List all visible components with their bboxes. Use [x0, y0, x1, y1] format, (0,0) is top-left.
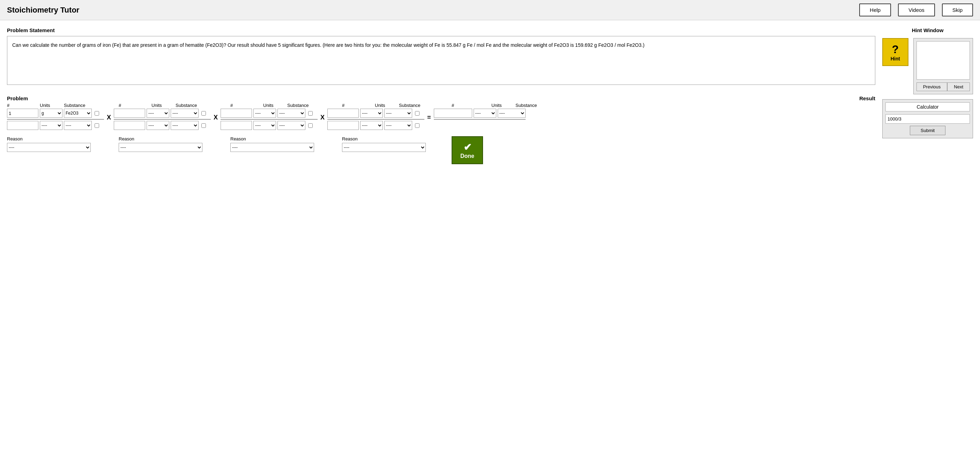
help-button[interactable]: Help	[859, 3, 891, 16]
fraction-4-top-substance[interactable]: ---- Fe Fe2O3	[384, 109, 412, 118]
hint-nav: Previous Next	[916, 83, 970, 91]
fraction-1-top: g ---- mol kg Fe2O3 ---- Fe	[7, 109, 104, 118]
fraction-2: ---- g mol ---- Fe Fe2O3	[114, 109, 211, 130]
reason-label-1: Reason	[7, 136, 104, 142]
hint-next-button[interactable]: Next	[947, 83, 970, 91]
hint-row: ? Hint Previous Next	[882, 38, 973, 94]
fraction-4-top-unit[interactable]: ---- g mol	[360, 109, 383, 118]
col-header-units-3: Units	[263, 103, 286, 108]
fraction-row-top: g ---- mol kg Fe2O3 ---- Fe	[7, 109, 875, 130]
fraction-4: ---- g mol ---- Fe Fe2O3	[328, 109, 425, 130]
reason-select-4[interactable]: ----	[342, 143, 426, 152]
fraction-1-top-substance[interactable]: Fe2O3 ---- Fe	[64, 109, 92, 118]
fraction-2-top-checkbox[interactable]	[201, 111, 206, 116]
app-title: Stoichiometry Tutor	[7, 6, 852, 15]
problem-section-label: Problem	[7, 95, 98, 101]
reason-select-3[interactable]: ----	[230, 143, 314, 152]
result-substance[interactable]: ---- Fe Fe2O3	[498, 109, 526, 118]
fraction-3-top-num[interactable]	[221, 109, 252, 118]
fraction-2-bot-num[interactable]	[114, 121, 145, 130]
right-panel: Hint Window ? Hint Previous Next Calcula…	[882, 27, 973, 164]
fraction-3-bot-substance[interactable]: ---- Fe Fe2O3	[277, 121, 305, 130]
col-header-substance-4: Substance	[399, 103, 427, 108]
fraction-2-bot-checkbox[interactable]	[201, 123, 206, 128]
fraction-4-bot-unit[interactable]: ---- g mol	[360, 121, 383, 130]
fraction-2-bot-unit[interactable]: ---- g mol	[146, 121, 169, 130]
fraction-1-top-num[interactable]	[7, 109, 38, 118]
done-label: Done	[460, 153, 474, 159]
col-header-substance-3: Substance	[287, 103, 315, 108]
fraction-3-bot-unit[interactable]: ---- g mol	[253, 121, 276, 130]
fraction-4-top-num[interactable]	[328, 109, 359, 118]
skip-button[interactable]: Skip	[942, 3, 973, 16]
fraction-4-bot-checkbox[interactable]	[415, 123, 420, 128]
fraction-2-bot-substance[interactable]: ---- Fe Fe2O3	[171, 121, 199, 130]
reason-group-3: Reason ----	[230, 136, 328, 152]
col-header-hash-4: #	[342, 103, 374, 108]
fraction-4-bottom: ---- g mol ---- Fe Fe2O3	[328, 121, 425, 130]
col-header-hash-result: #	[452, 103, 490, 108]
problem-statement-label: Problem Statement	[7, 27, 875, 33]
reason-group-4: Reason ----	[342, 136, 439, 152]
calculator-title: Calculator	[885, 102, 970, 112]
col-header-hash-3: #	[230, 103, 262, 108]
reason-row: Reason ---- Reason ---- Reason	[7, 136, 875, 164]
fraction-1-bot-checkbox[interactable]	[95, 123, 99, 128]
multiply-sign-3: X	[318, 114, 328, 121]
multiply-sign-1: X	[104, 114, 114, 121]
fraction-3-bot-checkbox[interactable]	[308, 123, 313, 128]
reason-label-4: Reason	[342, 136, 439, 142]
col-header-units-4: Units	[375, 103, 398, 108]
reason-group-2: Reason ----	[119, 136, 216, 152]
fraction-1-bot-substance[interactable]: ---- Fe Fe2O3	[64, 121, 92, 130]
fraction-3-top-checkbox[interactable]	[308, 111, 313, 116]
fraction-3-bot-num[interactable]	[221, 121, 252, 130]
fraction-2-top-substance[interactable]: ---- Fe Fe2O3	[171, 109, 199, 118]
fraction-1-top-checkbox[interactable]	[95, 111, 99, 116]
fraction-1-bot-unit[interactable]: ---- g mol	[40, 121, 62, 130]
result-unit[interactable]: ---- g mol	[474, 109, 496, 118]
multiply-sign-2: X	[211, 114, 221, 121]
col-header-substance-1: Substance	[64, 103, 92, 108]
hint-question-icon: ?	[892, 43, 899, 56]
hint-content-area	[916, 41, 970, 80]
videos-button[interactable]: Videos	[898, 3, 935, 16]
hint-button[interactable]: ? Hint	[882, 38, 908, 66]
fraction-1-top-unit[interactable]: g ---- mol kg	[40, 109, 62, 118]
fraction-4-bot-num[interactable]	[328, 121, 359, 130]
done-checkmark-icon: ✔	[463, 142, 471, 153]
calculator-input[interactable]	[885, 114, 970, 124]
fraction-3-bottom: ---- g mol ---- Fe Fe2O3	[221, 121, 318, 130]
fraction-1: g ---- mol kg Fe2O3 ---- Fe	[7, 109, 104, 130]
col-header-hash-2: #	[119, 103, 150, 108]
fraction-3-top-substance[interactable]: ---- Fe Fe2O3	[277, 109, 305, 118]
equals-sign: =	[425, 114, 434, 121]
reason-select-2[interactable]: ----	[119, 143, 202, 152]
app-header: Stoichiometry Tutor Help Videos Skip	[0, 0, 980, 20]
problem-grid-area: Problem Result # Units Substance # Units	[7, 95, 875, 164]
col-header-hash-1: #	[7, 103, 38, 108]
reason-group-1: Reason ----	[7, 136, 104, 152]
fraction-4-top-checkbox[interactable]	[415, 111, 420, 116]
hint-window-title: Hint Window	[912, 27, 944, 33]
fraction-3: ---- g mol ---- Fe Fe2O3	[221, 109, 318, 130]
calculator-submit-button[interactable]: Submit	[910, 126, 945, 135]
col-header-units-2: Units	[151, 103, 174, 108]
fraction-4-bot-substance[interactable]: ---- Fe Fe2O3	[384, 121, 412, 130]
reason-select-1[interactable]: ----	[7, 143, 91, 152]
result-fraction: ---- g mol ---- Fe Fe2O3	[434, 109, 526, 130]
reason-label-3: Reason	[230, 136, 328, 142]
col-header-substance-2: Substance	[175, 103, 204, 108]
hint-previous-button[interactable]: Previous	[916, 83, 948, 91]
done-button[interactable]: ✔ Done	[452, 136, 483, 164]
reason-label-2: Reason	[119, 136, 216, 142]
hint-window: Previous Next	[913, 38, 973, 94]
fraction-2-top-unit[interactable]: ---- g mol	[146, 109, 169, 118]
col-header-units-1: Units	[40, 103, 62, 108]
fraction-3-top-unit[interactable]: ---- g mol	[253, 109, 276, 118]
fraction-1-bot-num[interactable]	[7, 121, 38, 130]
result-num[interactable]	[434, 109, 472, 118]
result-section-label: Result	[859, 95, 875, 101]
fraction-2-top-num[interactable]	[114, 109, 145, 118]
fraction-2-top: ---- g mol ---- Fe Fe2O3	[114, 109, 211, 118]
